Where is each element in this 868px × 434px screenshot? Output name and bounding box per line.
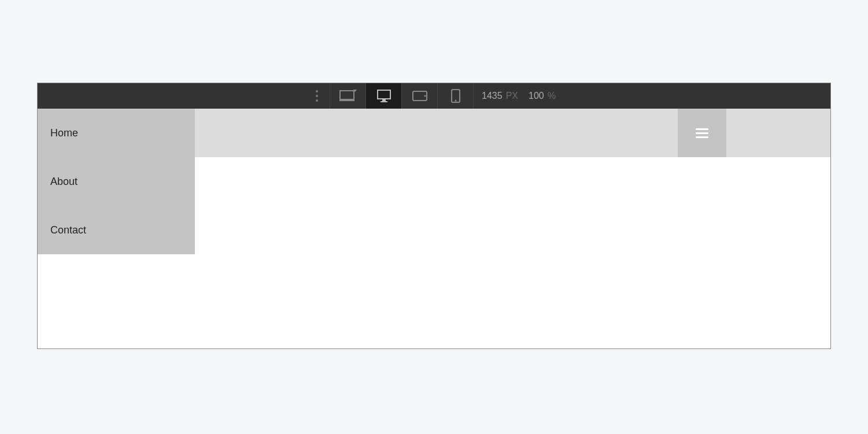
svg-rect-4	[382, 99, 386, 101]
more-options-button[interactable]	[304, 83, 330, 109]
device-tablet-landscape-button[interactable]	[401, 83, 437, 109]
responsive-toolbar: 1435 PX 100 %	[38, 83, 830, 109]
device-desktop-button[interactable]	[365, 83, 401, 109]
svg-point-9	[455, 100, 456, 102]
zoom-unit: %	[548, 91, 556, 101]
viewport-width-value: 1435	[482, 91, 503, 101]
svg-rect-3	[378, 90, 390, 99]
viewport-info: 1435 PX 100 %	[473, 83, 564, 109]
large-desktop-icon	[339, 90, 357, 102]
desktop-icon	[377, 90, 391, 102]
svg-rect-0	[340, 91, 354, 99]
side-navigation: Home About Contact	[38, 109, 195, 254]
preview-frame: 1435 PX 100 % Home About Con	[37, 83, 831, 349]
nav-item-contact[interactable]: Contact	[38, 206, 195, 254]
nav-item-label: About	[50, 176, 77, 188]
hamburger-icon	[696, 128, 708, 138]
device-large-desktop-button[interactable]	[330, 83, 365, 109]
mobile-icon	[451, 89, 460, 103]
device-mobile-button[interactable]	[437, 83, 473, 109]
toolbar-inner: 1435 PX 100 %	[304, 83, 564, 109]
nav-item-home[interactable]: Home	[38, 109, 195, 157]
tablet-landscape-icon	[412, 91, 427, 101]
hamburger-menu-button[interactable]	[678, 109, 726, 157]
nav-item-label: Home	[50, 127, 78, 139]
nav-item-label: Contact	[50, 224, 86, 236]
nav-item-about[interactable]: About	[38, 157, 195, 206]
zoom-value: 100	[529, 91, 544, 101]
preview-content: Home About Contact	[38, 109, 830, 348]
svg-point-7	[424, 95, 426, 97]
svg-rect-1	[339, 100, 354, 101]
vertical-dots-icon	[316, 90, 318, 102]
svg-rect-5	[381, 101, 387, 102]
viewport-width-unit: PX	[506, 91, 518, 101]
